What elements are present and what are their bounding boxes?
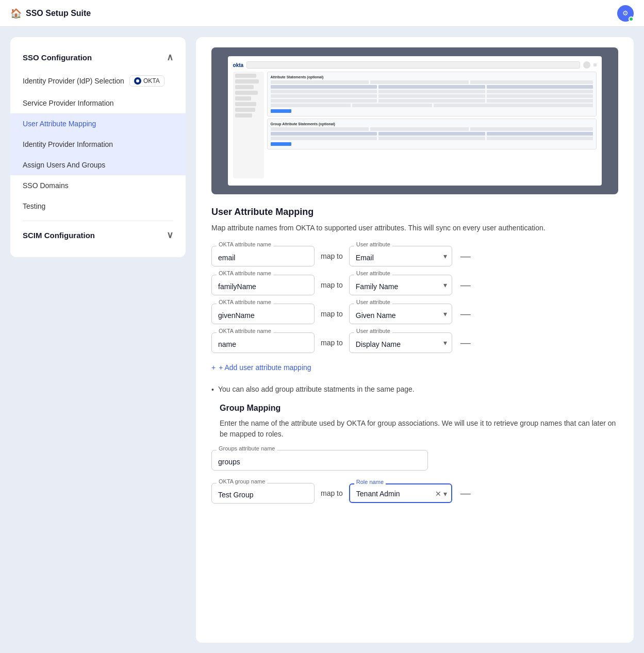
attribute-row-name: OKTA attribute name map to User attribut… (211, 332, 618, 353)
user-attr-select-email[interactable]: Email Family Name Given Name Display Nam… (349, 246, 452, 266)
attribute-row-email: OKTA attribute name map to User attribut… (211, 246, 618, 266)
user-attr-select-wrapper-email: User attribute Email Family Name Given N… (349, 246, 452, 266)
okta-group-label: OKTA group name (217, 478, 267, 484)
sidebar-item-user-attribute-mapping[interactable]: User Attribute Mapping (10, 113, 186, 134)
sidebar-item-label: User Attribute Mapping (23, 120, 96, 128)
user-attr-select-familyname[interactable]: Email Family Name Given Name Display Nam… (349, 275, 452, 295)
sidebar-item-label: Identity Provider Information (23, 140, 113, 148)
okta-attr-field-givenname: OKTA attribute name (211, 304, 315, 324)
sidebar-item-idp-selection[interactable]: Identity Provider (IdP) Selection OKTA (10, 69, 186, 93)
sso-section-label: SSO Configuration (23, 53, 92, 62)
section-title: User Attribute Mapping (211, 207, 618, 217)
okta-attr-label-email: OKTA attribute name (217, 241, 273, 247)
role-select-container: Role name Tenant Admin ✕ ▾ (349, 483, 452, 503)
add-mapping-icon: + (211, 363, 216, 372)
okta-attr-input-givenname[interactable] (211, 304, 315, 324)
okta-badge: OKTA (129, 75, 164, 87)
okta-preview-screenshot: okta (211, 47, 618, 194)
user-attr-label-givenname: User attribute (354, 299, 392, 305)
online-indicator (629, 16, 634, 22)
groups-attr-label: Groups attribute name (217, 445, 277, 451)
app-title: SSO Setup Suite (26, 9, 91, 18)
scim-section-header[interactable]: SCIM Configuration ∨ (10, 225, 186, 247)
role-select-inner: Tenant Admin ✕ ▾ (349, 483, 452, 503)
mock-menu-icon (593, 63, 597, 66)
user-attr-select-wrapper-givenname: User attribute Email Family Name Given N… (349, 304, 452, 324)
map-to-label-group: map to (321, 489, 343, 497)
section-desc: Map attribute names from OKTA to support… (211, 223, 618, 233)
sidebar-item-label: Identity Provider (IdP) Selection (23, 77, 124, 85)
okta-attr-label-name: OKTA attribute name (217, 328, 273, 334)
user-attr-select-wrapper-familyname: User attribute Email Family Name Given N… (349, 275, 452, 295)
sso-section-header[interactable]: SSO Configuration ∧ (10, 47, 186, 69)
mock-okta-logo: okta (233, 62, 244, 68)
user-attr-select-wrapper-name: User attribute Email Family Name Given N… (349, 332, 452, 353)
add-mapping-label: + Add user attribute mapping (219, 363, 311, 372)
okta-attr-label-familyname: OKTA attribute name (217, 270, 273, 276)
remove-row-email[interactable]: — (458, 249, 473, 263)
okta-attr-field-familyname: OKTA attribute name (211, 275, 315, 295)
remove-row-familyname[interactable]: — (458, 278, 473, 292)
sso-section-chevron[interactable]: ∧ (167, 52, 173, 63)
okta-attr-input-name[interactable] (211, 332, 315, 353)
main-layout: SSO Configuration ∧ Identity Provider (I… (0, 27, 644, 653)
user-attr-select-name[interactable]: Email Family Name Given Name Display Nam… (349, 332, 452, 353)
bullet-dot: • (211, 384, 214, 395)
okta-badge-icon (134, 77, 141, 85)
okta-attr-field-email: OKTA attribute name (211, 246, 315, 266)
map-to-label-2: map to (321, 281, 343, 289)
topbar: 🏠 SSO Setup Suite ⚙ (0, 0, 644, 27)
map-to-label-4: map to (321, 339, 343, 347)
user-attr-label-name: User attribute (354, 328, 392, 334)
user-attr-label-email: User attribute (354, 241, 392, 247)
sidebar-item-testing[interactable]: Testing (10, 196, 186, 216)
home-icon: 🏠 (10, 8, 22, 19)
attribute-row-givenname: OKTA attribute name map to User attribut… (211, 304, 618, 324)
bullet-text: You can also add group attribute statmen… (218, 384, 415, 395)
user-attr-select-givenname[interactable]: Email Family Name Given Name Display Nam… (349, 304, 452, 324)
groups-attr-input[interactable] (211, 450, 428, 471)
sidebar-divider (23, 221, 173, 221)
avatar-icon: ⚙ (622, 9, 629, 17)
remove-row-name[interactable]: — (458, 336, 473, 350)
sidebar-item-label: SSO Domains (23, 181, 69, 190)
scim-section-chevron[interactable]: ∨ (167, 229, 173, 241)
add-attribute-mapping-button[interactable]: + + Add user attribute mapping (211, 361, 618, 374)
user-avatar[interactable]: ⚙ (617, 5, 634, 22)
okta-attr-field-name: OKTA attribute name (211, 332, 315, 353)
okta-attr-input-email[interactable] (211, 246, 315, 266)
remove-row-givenname[interactable]: — (458, 307, 473, 321)
okta-attr-input-familyname[interactable] (211, 275, 315, 295)
map-to-label-1: map to (321, 252, 343, 260)
preview-mock: okta (228, 56, 602, 186)
okta-attr-label-givenname: OKTA attribute name (217, 299, 273, 305)
app-title-group: 🏠 SSO Setup Suite (10, 8, 91, 19)
remove-group-row[interactable]: — (458, 486, 473, 500)
mock-search-bar (246, 61, 580, 69)
sidebar-item-identity-provider-info[interactable]: Identity Provider Information (10, 134, 186, 155)
role-value: Tenant Admin (356, 490, 433, 498)
role-clear-button[interactable]: ✕ (435, 490, 441, 498)
sidebar: SSO Configuration ∧ Identity Provider (I… (10, 37, 186, 257)
role-name-label: Role name (354, 479, 386, 485)
groups-attr-field: Groups attribute name (211, 450, 618, 471)
sidebar-item-sso-domains[interactable]: SSO Domains (10, 175, 186, 196)
map-to-label-3: map to (321, 310, 343, 318)
attribute-row-familyname: OKTA attribute name map to User attribut… (211, 275, 618, 295)
okta-group-input[interactable] (211, 483, 315, 504)
sidebar-item-label: Service Provider Information (23, 99, 114, 107)
scim-section-label: SCIM Configuration (23, 231, 95, 240)
preview-inner: okta (211, 47, 618, 194)
sidebar-item-label: Assign Users And Groups (23, 161, 105, 169)
sidebar-item-assign-users-groups[interactable]: Assign Users And Groups (10, 155, 186, 175)
role-dropdown-arrow[interactable]: ▾ (443, 490, 447, 498)
group-attr-hint: • You can also add group attribute statm… (211, 384, 618, 395)
mock-settings-icon (583, 61, 590, 69)
group-mapping-row: OKTA group name map to Role name Tenant … (211, 483, 618, 504)
okta-group-field: OKTA group name (211, 483, 315, 504)
svg-point-1 (136, 79, 139, 82)
group-mapping-title: Group Mapping (220, 404, 618, 413)
content-area: okta (196, 37, 634, 643)
sidebar-item-service-provider[interactable]: Service Provider Information (10, 93, 186, 113)
sidebar-item-label: Testing (23, 202, 45, 210)
